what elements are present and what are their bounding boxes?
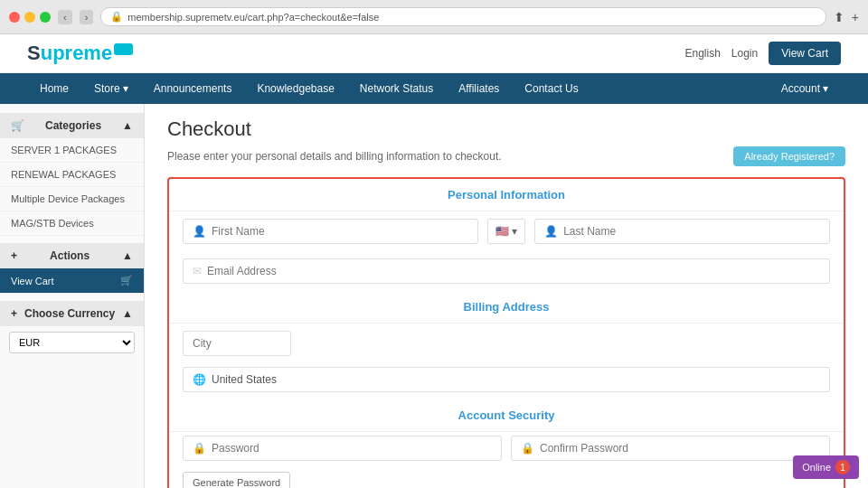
site-header: SupremeTV English Login View Cart: [0, 34, 868, 73]
lock-icon-password: 🔒: [193, 442, 206, 455]
user-icon: 👤: [193, 225, 206, 238]
browser-actions: ⬆ +: [834, 10, 859, 24]
city-row: [169, 324, 844, 363]
subtitle-text: Please enter your personal details and b…: [167, 150, 502, 163]
url-text: membership.supremetv.eu/cart.php?a=check…: [127, 12, 379, 23]
account-security-title: Account Security: [169, 399, 844, 432]
main-content: Checkout Please enter your personal deta…: [145, 104, 868, 488]
lock-icon: 🔒: [110, 11, 123, 23]
close-button[interactable]: [9, 12, 20, 23]
first-name-input[interactable]: [212, 225, 468, 238]
view-cart-label: View Cart: [11, 276, 53, 286]
sidebar-item-server1[interactable]: SERVER 1 PACKAGES: [0, 138, 144, 163]
globe-icon: 🌐: [193, 373, 206, 386]
forward-button[interactable]: ›: [80, 10, 94, 24]
logo[interactable]: SupremeTV: [27, 42, 133, 65]
nav-right: Account ▾: [769, 73, 841, 104]
billing-address-title: Billing Address: [169, 291, 844, 324]
personal-info-title: Personal Information: [169, 179, 844, 211]
already-registered-button[interactable]: Already Registered?: [733, 146, 845, 166]
logo-tv-badge: TV: [114, 43, 133, 55]
last-name-input[interactable]: [563, 225, 820, 238]
name-row: 👤 🇺🇸 ▾ 👤: [169, 211, 844, 251]
country-value: United States: [212, 373, 277, 386]
email-field[interactable]: ✉: [183, 258, 830, 284]
nav-contact-us[interactable]: Contact Us: [512, 73, 590, 104]
password-fields: 🔒 🔒: [183, 436, 830, 461]
nav-announcements[interactable]: Announcements: [141, 73, 245, 104]
actions-label: Actions: [50, 249, 90, 262]
currency-label: Choose Currency: [24, 307, 115, 320]
user-icon-last: 👤: [544, 225, 558, 238]
sidebar-currency-header: + Choose Currency ▲: [0, 301, 144, 326]
chevron-down-icon-account: ▾: [823, 82, 828, 95]
page-title: Checkout: [167, 117, 845, 141]
lock-icon-confirm: 🔒: [521, 442, 534, 455]
sidebar: 🛒 Categories ▲ SERVER 1 PACKAGES RENEWAL…: [0, 104, 145, 488]
cart-icon: 🛒: [11, 119, 24, 132]
online-label: Online: [802, 462, 831, 473]
language-selector[interactable]: English: [684, 47, 720, 60]
main-navigation: Home Store ▾ Announcements Knowledgebase…: [0, 73, 868, 104]
categories-label: Categories: [45, 119, 101, 132]
password-input[interactable]: [212, 442, 492, 455]
nav-home[interactable]: Home: [27, 73, 81, 104]
nav-left: Home Store ▾ Announcements Knowledgebase…: [27, 73, 591, 104]
country-field[interactable]: 🌐 United States: [183, 367, 830, 392]
chevron-up-icon-currency: ▲: [122, 307, 133, 320]
traffic-lights: [9, 12, 51, 23]
minimize-button[interactable]: [24, 12, 35, 23]
city-input[interactable]: [183, 331, 291, 356]
password-field[interactable]: 🔒: [183, 436, 502, 461]
nav-knowledgebase[interactable]: Knowledgebase: [244, 73, 346, 104]
nav-store[interactable]: Store ▾: [81, 73, 141, 104]
email-icon: ✉: [193, 265, 202, 277]
online-badge[interactable]: Online 1: [793, 455, 859, 479]
nav-network-status[interactable]: Network Status: [347, 73, 446, 104]
country-row: 🌐 United States: [169, 363, 844, 399]
sidebar-actions-header: + Actions ▲: [0, 243, 144, 268]
generate-password-button[interactable]: Generate Password: [183, 472, 290, 488]
share-icon[interactable]: ⬆: [834, 10, 844, 24]
address-bar[interactable]: 🔒 membership.supremetv.eu/cart.php?a=che…: [100, 7, 826, 26]
first-name-field[interactable]: 👤: [183, 219, 478, 244]
header-right: English Login View Cart: [684, 42, 841, 65]
login-link[interactable]: Login: [731, 47, 758, 60]
sidebar-item-multiple[interactable]: Multiple Device Packages: [0, 187, 144, 211]
checkout-form: Personal Information 👤 🇺🇸 ▾ 👤 ✉: [167, 177, 845, 488]
sidebar-categories-header: 🛒 Categories ▲: [0, 113, 144, 138]
confirm-password-input[interactable]: [540, 442, 820, 455]
nav-account[interactable]: Account ▾: [769, 73, 841, 104]
sidebar-view-cart[interactable]: View Cart 🛒: [0, 268, 144, 294]
email-row: ✉: [169, 251, 844, 291]
chevron-down-icon: ▾: [123, 82, 128, 95]
nav-affiliates[interactable]: Affiliates: [446, 73, 512, 104]
password-row: 🔒 🔒: [169, 432, 844, 468]
chevron-up-icon: ▲: [122, 119, 133, 132]
sidebar-item-renewal[interactable]: RENEWAL PACKAGES: [0, 163, 144, 187]
online-count: 1: [835, 460, 850, 474]
page-layout: 🛒 Categories ▲ SERVER 1 PACKAGES RENEWAL…: [0, 104, 868, 488]
phone-prefix-text: 🇺🇸 ▾: [495, 225, 517, 238]
email-input[interactable]: [207, 265, 820, 277]
maximize-button[interactable]: [40, 12, 51, 23]
add-tab-icon[interactable]: +: [852, 10, 859, 24]
currency-select[interactable]: EUR: [9, 332, 135, 353]
page-subtitle: Please enter your personal details and b…: [167, 146, 845, 166]
confirm-password-field[interactable]: 🔒: [511, 436, 830, 461]
back-button[interactable]: ‹: [58, 10, 72, 24]
chevron-up-icon-actions: ▲: [122, 249, 133, 262]
browser-chrome: ‹ › 🔒 membership.supremetv.eu/cart.php?a…: [0, 0, 868, 34]
phone-prefix-selector[interactable]: 🇺🇸 ▾: [487, 219, 525, 244]
logo-text: SupremeTV: [27, 42, 133, 65]
view-cart-button[interactable]: View Cart: [769, 42, 841, 65]
last-name-field[interactable]: 👤: [534, 219, 830, 244]
cart-icon-active: 🛒: [120, 275, 133, 286]
sidebar-item-mag[interactable]: MAG/STB Devices: [0, 211, 144, 236]
